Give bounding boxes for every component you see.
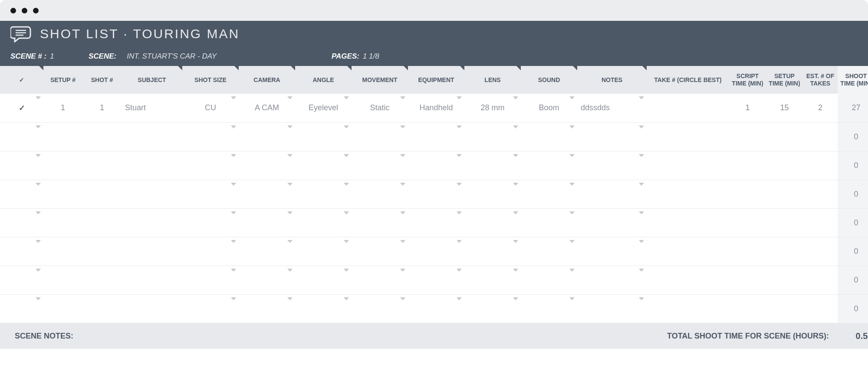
cell-angle[interactable]: [295, 266, 352, 294]
cell-camera[interactable]: [239, 122, 295, 151]
cell-movement[interactable]: [352, 122, 408, 151]
dropdown-icon[interactable]: [287, 125, 293, 128]
cell-est_takes[interactable]: 2: [803, 94, 838, 122]
cell-shot[interactable]: 1: [82, 94, 122, 122]
dropdown-icon[interactable]: [231, 297, 236, 300]
dropdown-icon[interactable]: [344, 240, 349, 243]
cell-setup_time[interactable]: [766, 208, 803, 237]
cell-setup_time[interactable]: [766, 122, 803, 151]
dropdown-icon[interactable]: [36, 154, 41, 157]
traffic-light-dot[interactable]: [33, 8, 39, 13]
scene-value[interactable]: INT. STUART'S CAR - DAY: [127, 52, 217, 61]
dropdown-icon[interactable]: [400, 211, 405, 214]
dropdown-icon[interactable]: [639, 211, 644, 214]
cell-lens[interactable]: 28 mm: [464, 94, 521, 122]
cell-movement[interactable]: [352, 208, 408, 237]
cell-sound[interactable]: [521, 208, 577, 237]
dropdown-icon[interactable]: [36, 183, 41, 186]
dropdown-icon[interactable]: [344, 211, 349, 214]
cell-lens[interactable]: [464, 208, 521, 237]
cell-equipment[interactable]: Handheld: [408, 94, 464, 122]
dropdown-icon[interactable]: [513, 183, 518, 186]
cell-take[interactable]: [647, 208, 729, 237]
dropdown-icon[interactable]: [513, 269, 518, 272]
cell-shot[interactable]: [82, 266, 122, 294]
cell-take[interactable]: [647, 122, 729, 151]
dropdown-icon[interactable]: [36, 211, 41, 214]
cell-sound[interactable]: [521, 237, 577, 266]
cell-shoot_time[interactable]: 27: [838, 94, 868, 122]
cell-angle[interactable]: [295, 294, 352, 323]
cell-shoot_time[interactable]: 0: [838, 294, 868, 323]
dropdown-icon[interactable]: [457, 183, 462, 186]
cell-sound[interactable]: [521, 122, 577, 151]
cell-take[interactable]: [647, 94, 729, 122]
dropdown-icon[interactable]: [400, 125, 405, 128]
dropdown-icon[interactable]: [639, 240, 644, 243]
dropdown-icon[interactable]: [457, 154, 462, 157]
dropdown-icon[interactable]: [231, 96, 236, 99]
dropdown-icon[interactable]: [569, 297, 575, 300]
cell-lens[interactable]: [464, 294, 521, 323]
cell-script_time[interactable]: [729, 208, 766, 237]
traffic-light-dot[interactable]: [22, 8, 27, 13]
dropdown-icon[interactable]: [457, 269, 462, 272]
dropdown-icon[interactable]: [639, 297, 644, 300]
dropdown-icon[interactable]: [36, 125, 41, 128]
cell-shoot_time[interactable]: 0: [838, 237, 868, 266]
cell-setup[interactable]: 1: [43, 94, 82, 122]
cell-shoot_time[interactable]: 0: [838, 180, 868, 208]
dropdown-icon[interactable]: [344, 96, 349, 99]
cell-check[interactable]: [0, 122, 43, 151]
cell-check[interactable]: [0, 208, 43, 237]
dropdown-icon[interactable]: [639, 154, 644, 157]
cell-check[interactable]: [0, 151, 43, 180]
cell-movement[interactable]: [352, 266, 408, 294]
cell-subject[interactable]: Stuart: [122, 94, 182, 122]
cell-setup_time[interactable]: [766, 180, 803, 208]
cell-notes[interactable]: [577, 294, 647, 323]
cell-notes[interactable]: [577, 237, 647, 266]
dropdown-icon[interactable]: [287, 154, 293, 157]
cell-equipment[interactable]: [408, 151, 464, 180]
cell-subject[interactable]: [122, 237, 182, 266]
dropdown-icon[interactable]: [569, 269, 575, 272]
cell-sound[interactable]: Boom: [521, 94, 577, 122]
dropdown-icon[interactable]: [513, 297, 518, 300]
cell-notes[interactable]: [577, 151, 647, 180]
dropdown-icon[interactable]: [569, 154, 575, 157]
dropdown-icon[interactable]: [344, 297, 349, 300]
dropdown-icon[interactable]: [457, 297, 462, 300]
cell-take[interactable]: [647, 151, 729, 180]
dropdown-icon[interactable]: [569, 240, 575, 243]
cell-take[interactable]: [647, 294, 729, 323]
dropdown-icon[interactable]: [287, 240, 293, 243]
cell-sound[interactable]: [521, 294, 577, 323]
cell-script_time[interactable]: [729, 237, 766, 266]
cell-movement[interactable]: [352, 180, 408, 208]
cell-equipment[interactable]: [408, 266, 464, 294]
cell-shot[interactable]: [82, 208, 122, 237]
cell-camera[interactable]: [239, 294, 295, 323]
dropdown-icon[interactable]: [231, 211, 236, 214]
dropdown-icon[interactable]: [457, 240, 462, 243]
cell-shot[interactable]: [82, 294, 122, 323]
dropdown-icon[interactable]: [287, 96, 293, 99]
cell-notes[interactable]: [577, 180, 647, 208]
cell-notes[interactable]: [577, 208, 647, 237]
cell-setup[interactable]: [43, 208, 82, 237]
dropdown-icon[interactable]: [569, 125, 575, 128]
dropdown-icon[interactable]: [287, 269, 293, 272]
cell-shot_size[interactable]: [182, 180, 239, 208]
dropdown-icon[interactable]: [639, 96, 644, 99]
dropdown-icon[interactable]: [287, 183, 293, 186]
cell-shoot_time[interactable]: 0: [838, 208, 868, 237]
cell-subject[interactable]: [122, 151, 182, 180]
dropdown-icon[interactable]: [400, 269, 405, 272]
cell-check[interactable]: [0, 266, 43, 294]
dropdown-icon[interactable]: [36, 297, 41, 300]
dropdown-icon[interactable]: [400, 240, 405, 243]
cell-est_takes[interactable]: [803, 237, 838, 266]
cell-take[interactable]: [647, 266, 729, 294]
cell-angle[interactable]: [295, 237, 352, 266]
